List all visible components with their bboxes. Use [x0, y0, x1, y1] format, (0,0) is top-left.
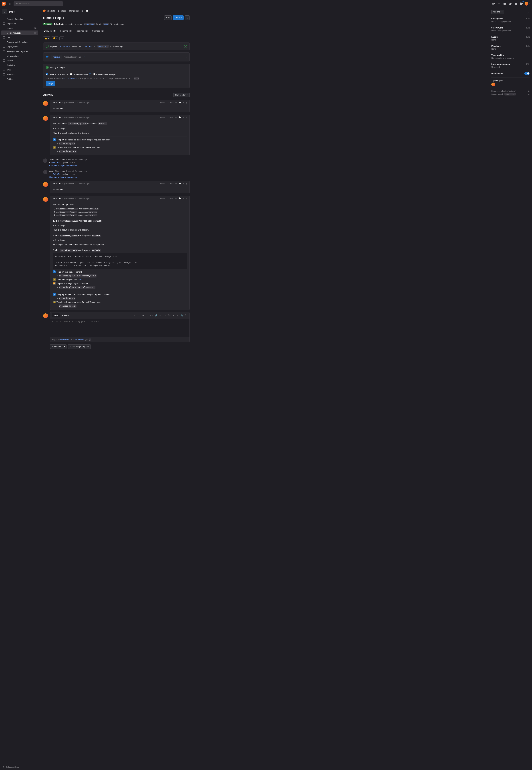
approve-button[interactable]: Approve	[51, 55, 62, 59]
attach-icon[interactable]: 📎	[180, 314, 184, 316]
crumb-section[interactable]: Merge requests	[69, 10, 83, 12]
strike-icon[interactable]: S̶	[141, 314, 145, 316]
kebab-icon[interactable]: ⋮	[185, 101, 187, 104]
project-name: gitops	[9, 11, 15, 13]
tab-commits[interactable]: Commits 3	[59, 28, 72, 34]
edit-button[interactable]: Edit	[164, 15, 172, 20]
sort-filter-button[interactable]: Sort or filter ▾	[173, 93, 190, 97]
sidebar-item-settings[interactable]: Settings	[1, 77, 38, 81]
sidebar-item-monitor[interactable]: Monitor	[1, 58, 38, 63]
pipeline-id-link[interactable]: #827020862	[59, 45, 70, 48]
edit-assignees[interactable]: Edit	[526, 18, 530, 20]
mr-icon[interactable]: ▾	[508, 2, 512, 6]
fullscreen-icon[interactable]: ⛶	[185, 314, 188, 316]
chevron-down-icon[interactable]: ⌄	[185, 56, 187, 58]
bold-icon[interactable]: B	[133, 314, 136, 316]
approval-card: 👤⁺ Approve Approval is optional ? ⌄	[43, 52, 190, 61]
copy-ref-icon[interactable]: ⧉	[528, 90, 530, 92]
help-icon[interactable]: ▾	[519, 2, 523, 6]
italic-icon[interactable]: I	[137, 314, 141, 316]
ol-icon[interactable]: 1≡	[163, 314, 166, 316]
edit-icon[interactable]: ✎	[182, 101, 184, 104]
project-header[interactable]: G gitops	[0, 7, 39, 16]
svg-rect-14	[3, 50, 5, 52]
todos-icon[interactable]	[514, 2, 518, 6]
approver-icon: 👤⁺	[46, 56, 49, 58]
sidebar-item-repository[interactable]: Repository	[1, 21, 38, 26]
copy-src-icon[interactable]: ⧉	[528, 93, 530, 95]
plus-icon[interactable]	[497, 2, 501, 6]
notifications-toggle[interactable]	[524, 72, 530, 75]
add-todo-button[interactable]: Add a to do	[491, 10, 504, 14]
tab-pipelines[interactable]: Pipelines 3	[75, 28, 89, 34]
quote-icon[interactable]: ❝	[146, 314, 149, 316]
source-branch-code[interactable]: demo-repo	[84, 23, 95, 25]
comment-dropdown[interactable]: ▾	[63, 344, 67, 349]
edit-reviewers[interactable]: Edit	[526, 27, 530, 29]
crumb-proj-icon: ◆	[58, 10, 59, 12]
reply-icon[interactable]: 💬	[179, 101, 181, 104]
code-button[interactable]: Code ▾	[173, 15, 184, 20]
note-avatar[interactable]	[43, 116, 48, 121]
note-avatar[interactable]	[43, 197, 48, 202]
sidebar-item-infrastructure[interactable]: Infrastructure	[1, 54, 38, 58]
add-time[interactable]: +	[528, 54, 530, 56]
participant-avatar[interactable]	[491, 83, 495, 86]
table-icon[interactable]: ⊞	[176, 314, 179, 316]
thumbs-down[interactable]: 👎 0	[51, 36, 58, 40]
pipeline-stage-icon[interactable]	[184, 45, 187, 48]
edit-msg-checkbox[interactable]: Edit commit message	[93, 73, 115, 75]
sidebar-item-deployments[interactable]: Deployments	[1, 44, 38, 49]
mr-author[interactable]: John Dietz	[54, 23, 64, 25]
issues-icon[interactable]	[502, 2, 507, 6]
copy-icon[interactable]: ⧉	[96, 23, 98, 25]
close-mr-button[interactable]: Close merge request	[68, 344, 91, 349]
gitlab-logo[interactable]	[2, 2, 6, 6]
note-avatar[interactable]	[43, 182, 48, 187]
merge-button[interactable]: Merge	[46, 81, 55, 86]
grid-icon[interactable]: ▦▾	[491, 2, 496, 6]
collapse-icon[interactable]: ⎘	[172, 314, 175, 316]
write-tab[interactable]: Write	[52, 313, 60, 317]
delete-source-checkbox[interactable]: Delete source branch	[46, 73, 68, 75]
target-branch-code[interactable]: main	[103, 23, 109, 25]
crumb-user[interactable]: johndietz	[47, 10, 55, 12]
sidebar-item-analytics[interactable]: Analytics	[1, 63, 38, 67]
link-icon[interactable]: 🔗	[154, 314, 158, 316]
commit-icon: ⊙	[43, 158, 47, 163]
tab-changes[interactable]: Changes 3	[92, 28, 105, 34]
help-icon[interactable]: ?	[83, 56, 85, 58]
sidebar-item-ci/cd[interactable]: CI/CD	[1, 35, 38, 40]
sidebar-item-merge-requests[interactable]: Merge requests1	[1, 30, 38, 35]
kebab-button[interactable]: ⋮	[185, 15, 190, 20]
show-output[interactable]: Show Output	[53, 127, 187, 130]
react-icon[interactable]: ☺	[175, 101, 177, 104]
search-input[interactable]: /	[14, 1, 63, 6]
edit-lock[interactable]: Edit	[526, 63, 530, 65]
collapse-right-icon[interactable]: 》	[528, 11, 530, 14]
thumbs-up[interactable]: 👍 0	[43, 36, 50, 40]
edit-labels[interactable]: Edit	[526, 36, 530, 38]
user-avatar[interactable]	[525, 2, 528, 6]
hamburger-icon[interactable]	[7, 2, 12, 6]
task-icon[interactable]: ☑≡	[167, 314, 171, 316]
crumb-project[interactable]: gitops	[61, 10, 66, 12]
sidebar-item-security-and-compliance[interactable]: Security and Compliance	[1, 40, 38, 44]
squash-checkbox[interactable]: Squash commits ?	[70, 73, 91, 75]
sidebar-item-snippets[interactable]: Snippets	[1, 72, 38, 77]
sidebar-item-packages-and-registries[interactable]: Packages and registries	[1, 49, 38, 54]
add-reaction[interactable]: ☺	[59, 36, 64, 40]
note-avatar[interactable]	[43, 101, 48, 106]
sidebar-item-issues[interactable]: Issues0	[1, 26, 38, 30]
comment-button[interactable]: Comment	[50, 344, 63, 349]
tab-overview[interactable]: Overview 4	[43, 28, 56, 34]
code-icon[interactable]: </>	[150, 314, 153, 316]
comment-textarea[interactable]	[50, 318, 189, 337]
sidebar-item-wiki[interactable]: Wiki	[1, 67, 38, 72]
edit-milestone[interactable]: Edit	[526, 45, 530, 47]
pipeline-sha[interactable]: fc9c296c	[83, 45, 92, 48]
collapse-sidebar[interactable]: Collapse sidebar	[0, 764, 39, 770]
sidebar-item-project-information[interactable]: Project information	[1, 17, 38, 21]
ul-icon[interactable]: •≡	[159, 314, 162, 316]
preview-tab[interactable]: Preview	[60, 313, 70, 317]
